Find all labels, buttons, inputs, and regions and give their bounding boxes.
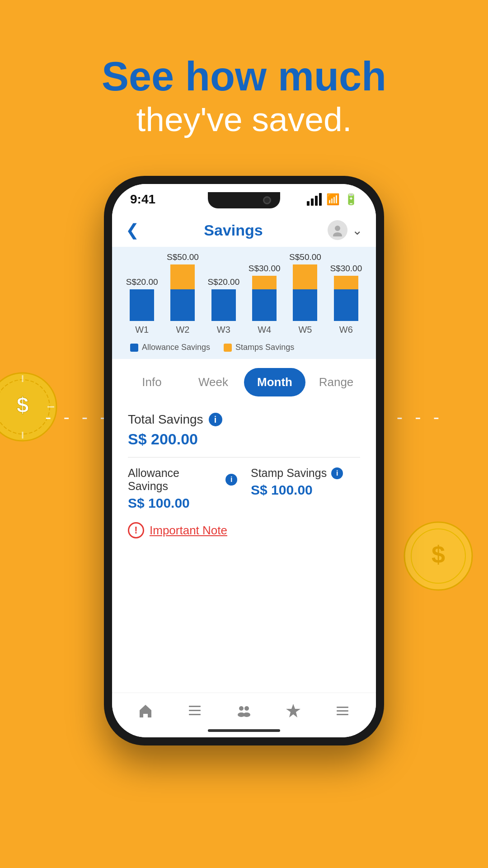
svg-point-18 [243,712,250,717]
bar-amount-w5: S$50.00 [289,252,321,262]
bar-amount-w3: S$20.00 [207,277,239,287]
signal-icon [307,193,322,206]
nav-group[interactable] [235,702,253,719]
headline-sub: they've saved. [0,99,488,140]
avatar-icon[interactable] [328,220,347,240]
legend-allowance-label: Allowance Savings [142,343,210,352]
chart-bar-w1: S$20.00 W1 [126,277,158,335]
bar-label-w6: W6 [339,325,353,335]
bar-label-w1: W1 [135,325,149,335]
important-note-label: Important Note [150,524,227,538]
svg-text:$: $ [17,393,29,417]
decorative-coin-right: $ [402,520,474,592]
stamp-info-icon[interactable]: i [331,467,343,479]
chart-bar-w5: S$50.00 W5 [289,252,321,335]
stamp-savings-amount: S$ 100.00 [251,482,360,498]
stamp-savings-col: Stamp Savings i S$ 100.00 [251,467,360,511]
nav-home[interactable] [137,702,154,719]
chart-area: S$20.00 W1 S$50.00 [112,247,376,359]
svg-point-11 [333,232,342,236]
savings-breakdown-row: Allowance Savings i S$ 100.00 Stamp Savi… [128,467,360,511]
headline-bold: See how much [0,54,488,99]
legend-stamps-label: Stamps Savings [235,343,294,352]
svg-marker-19 [286,704,300,717]
back-button[interactable]: ❮ [126,221,139,240]
legend-allowance: Allowance Savings [130,343,210,352]
allowance-info-icon[interactable]: i [225,474,237,486]
allowance-savings-col: Allowance Savings i S$ 100.00 [128,467,237,511]
app-content: ❮ Savings ⌄ [112,211,376,550]
tab-info[interactable]: Info [121,368,183,396]
bar-amount-w4: S$30.00 [249,264,281,274]
bar-label-w5: W5 [298,325,312,335]
savings-section: Total Savings i S$ 200.00 Allowance Savi… [112,401,376,550]
legend-stamps-dot [224,344,232,352]
wifi-icon: 📶 [326,193,340,206]
tabs-container: Info Week Month Range [112,359,376,401]
svg-point-10 [335,226,340,231]
bar-amount-w2: S$50.00 [167,252,199,262]
tab-month[interactable]: Month [244,368,305,396]
bar-amount-w6: S$30.00 [330,264,362,274]
total-savings-amount: S$ 200.00 [128,430,360,448]
nav-header: ❮ Savings ⌄ [112,211,376,247]
svg-rect-14 [189,714,201,715]
svg-rect-20 [337,707,348,708]
svg-rect-22 [337,714,348,715]
stamp-savings-label: Stamp Savings [251,467,327,480]
header-section: See how much they've saved. [0,0,488,167]
total-savings-info-icon[interactable]: i [209,413,222,426]
home-indicator [208,729,280,732]
svg-rect-12 [189,706,201,707]
phone-notch [208,192,280,208]
bar-chart: S$20.00 W1 S$50.00 [126,256,362,337]
chart-legend: Allowance Savings Stamps Savings [126,343,362,352]
allowance-savings-label: Allowance Savings [128,467,221,493]
decorative-dashes-right: - - - - [378,407,443,427]
bar-label-w2: W2 [176,325,189,335]
nav-menu[interactable] [334,702,351,719]
total-savings-label: Total Savings [128,412,203,427]
nav-list[interactable] [186,702,203,719]
status-time: 9:41 [130,192,155,207]
bar-amount-w1: S$20.00 [126,277,158,287]
important-note-button[interactable]: ! Important Note [128,522,360,538]
phone-screen: 9:41 📶 🔋 ❮ Savings [112,184,376,737]
chart-bar-w2: S$50.00 W2 [166,252,199,335]
phone-device: 9:41 📶 🔋 ❮ Savings [104,176,384,745]
svg-rect-21 [337,710,348,712]
status-icons: 📶 🔋 [307,193,358,206]
phone-wrapper: 9:41 📶 🔋 ❮ Savings [0,176,488,745]
svg-point-16 [244,706,249,711]
front-camera [263,196,271,204]
chart-bar-w3: S$20.00 W3 [207,277,240,335]
svg-point-15 [239,706,244,711]
legend-stamps: Stamps Savings [224,343,294,352]
allowance-savings-amount: S$ 100.00 [128,495,237,511]
chevron-down-icon[interactable]: ⌄ [352,223,362,238]
alert-icon: ! [128,522,144,538]
page-title: Savings [204,222,263,239]
nav-star[interactable] [285,702,302,719]
bar-label-w4: W4 [258,325,271,335]
tab-week[interactable]: Week [183,368,244,396]
section-divider [128,457,360,458]
total-savings-row: Total Savings i [128,412,360,427]
chart-bar-w6: S$30.00 W6 [330,264,362,335]
decorative-dashes-left: - - - - [45,407,110,427]
battery-icon: 🔋 [344,193,358,206]
chart-bar-w4: S$30.00 W4 [248,264,281,335]
legend-allowance-dot [130,344,138,352]
nav-right: ⌄ [328,220,362,240]
svg-text:$: $ [432,541,445,568]
bar-label-w3: W3 [217,325,230,335]
tab-range[interactable]: Range [305,368,367,396]
svg-rect-13 [189,710,201,711]
